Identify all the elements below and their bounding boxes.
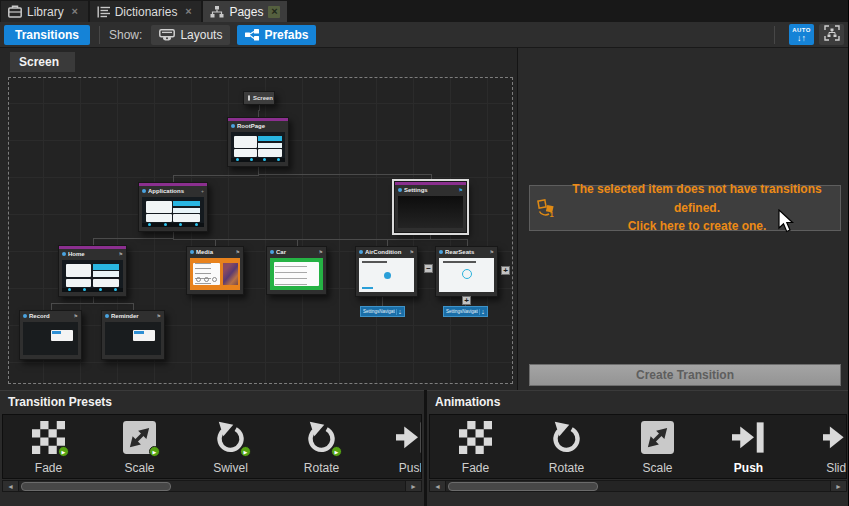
animation-scale[interactable]: Scale [612, 415, 703, 478]
node-label: Media [196, 249, 234, 255]
graph-node-rearseats[interactable]: RearSeats⚑ [435, 246, 498, 297]
scale-icon [641, 421, 674, 454]
play-badge-icon: ▶ [331, 446, 342, 457]
animation-fade[interactable]: Fade [430, 415, 521, 478]
pin-icon[interactable]: ⚑ [157, 313, 161, 319]
graph-node-applications[interactable]: Applications+ [138, 182, 208, 232]
horizontal-scrollbar[interactable]: ◄ ► [429, 480, 847, 492]
animations-list: FadeRotateScalePushSlide [429, 414, 847, 479]
layouts-toggle[interactable]: Layouts [151, 25, 230, 45]
close-icon[interactable]: × [69, 6, 81, 18]
scroll-right-icon[interactable]: ► [830, 480, 847, 492]
screen-tab[interactable]: Screen [10, 52, 75, 72]
transition-preset-rotate[interactable]: ▶Rotate [276, 415, 367, 478]
page-thumbnail [398, 196, 463, 228]
page-icon [270, 250, 274, 254]
pin-icon[interactable]: ⚑ [410, 249, 414, 255]
collapse-button[interactable]: − [424, 264, 433, 273]
pin-icon[interactable]: + [201, 188, 204, 194]
node-header: Car⚑ [267, 247, 326, 257]
transitions-button[interactable]: Transitions [4, 25, 90, 45]
scale-icon: ▶ [123, 421, 156, 454]
monitor-icon [248, 95, 250, 101]
create-transition-button[interactable]: Create Transition [529, 364, 841, 386]
horizontal-scrollbar[interactable]: ◄ ► [2, 480, 422, 492]
close-icon[interactable]: × [268, 6, 280, 18]
graph-edge [258, 167, 259, 174]
tab-dictionaries[interactable]: Dictionaries× [90, 1, 202, 22]
mouse-cursor [778, 209, 796, 238]
prefabs-label: Prefabs [264, 28, 308, 42]
scroll-left-icon[interactable]: ◄ [2, 480, 19, 492]
graph-node-record[interactable]: Record⚑ [19, 310, 82, 360]
graph-edge [93, 238, 94, 245]
tab-library[interactable]: Library× [1, 1, 88, 22]
close-icon[interactable]: × [182, 6, 194, 18]
prefabs-toggle[interactable]: Prefabs [237, 25, 316, 45]
pin-icon[interactable]: ⚑ [490, 249, 494, 255]
graph-node-screen[interactable]: Screen [243, 91, 275, 105]
graph-node-car[interactable]: Car⚑ [266, 246, 327, 295]
expand-button[interactable]: + [462, 296, 471, 305]
fit-to-view-button[interactable] [819, 24, 844, 45]
pin-icon[interactable]: ⚑ [319, 249, 323, 255]
auto-arrows-icon: ↓↑ [797, 34, 806, 43]
graph-edge [173, 239, 468, 240]
rotate-icon [550, 421, 583, 454]
page-icon [23, 314, 27, 318]
transition-badge[interactable]: SettingsNavigation⇣ [443, 306, 488, 317]
graph-edge [297, 239, 298, 246]
tab-pages[interactable]: Pages× [203, 1, 287, 22]
graph-node-aircondition[interactable]: AirCondition⚑ [355, 246, 418, 297]
graph-node-rootpage[interactable]: RootPage [227, 117, 289, 167]
pin-icon[interactable]: ⚑ [236, 249, 240, 255]
node-body [270, 258, 323, 290]
graph-node-media[interactable]: Media⚑ [186, 246, 244, 295]
node-header: Reminder⚑ [102, 311, 164, 321]
graph-node-settings[interactable]: Settings⚑ [394, 181, 467, 233]
transition-preset-scale[interactable]: ▶Scale [94, 415, 185, 478]
tab-label: Pages [229, 5, 263, 19]
transition-warning-icon: 1 [534, 198, 558, 218]
graph-edge [382, 297, 383, 306]
fade-icon [459, 421, 492, 454]
pin-icon[interactable]: ⚑ [459, 187, 463, 193]
pin-icon[interactable]: ⚑ [74, 313, 78, 319]
scrollbar-thumb[interactable] [21, 482, 171, 491]
transition-preset-swivel[interactable]: ▶Swivel [185, 415, 276, 478]
animation-slide[interactable]: Slide [794, 415, 847, 478]
graph-edge [51, 303, 52, 310]
scroll-left-icon[interactable]: ◄ [429, 480, 446, 492]
toolbar-separator [774, 26, 775, 44]
transition-preset-fade[interactable]: ▶Fade [3, 415, 94, 478]
animation-rotate[interactable]: Rotate [521, 415, 612, 478]
item-label: Scale [642, 461, 672, 475]
scrollbar-track[interactable] [446, 480, 830, 492]
item-label: Fade [35, 461, 62, 475]
graph-edge [173, 175, 174, 182]
graph-edge [215, 239, 216, 246]
scrollbar-track[interactable] [19, 480, 405, 492]
item-label: Push [399, 461, 422, 475]
node-header: AirCondition⚑ [356, 247, 417, 257]
transition-preset-push[interactable]: ▶Push [367, 415, 422, 478]
rotate-icon: ▶ [214, 421, 247, 454]
pin-icon[interactable]: ⚑ [119, 251, 123, 257]
panel-title: Animations [427, 391, 849, 414]
badge-arrow-icon: ⇣ [396, 309, 402, 315]
node-header: Media⚑ [187, 247, 243, 257]
auto-arrange-button[interactable]: AUTO ↓↑ [789, 24, 814, 45]
node-label: Car [276, 249, 317, 255]
scrollbar-thumb[interactable] [448, 482, 598, 491]
node-body [359, 258, 414, 292]
scroll-right-icon[interactable]: ► [405, 480, 422, 492]
animation-push[interactable]: Push [703, 415, 794, 478]
expand-button[interactable]: + [501, 266, 510, 275]
graph-node-reminder[interactable]: Reminder⚑ [101, 310, 165, 360]
page-thumbnail [105, 322, 161, 355]
node-label: AirCondition [365, 249, 408, 255]
badge-label: SettingsNavigation [446, 309, 478, 314]
graph-node-home[interactable]: Home⚑ [58, 245, 127, 297]
transition-badge[interactable]: SettingsNavigation⇣ [360, 306, 405, 317]
page-icon [190, 250, 194, 254]
